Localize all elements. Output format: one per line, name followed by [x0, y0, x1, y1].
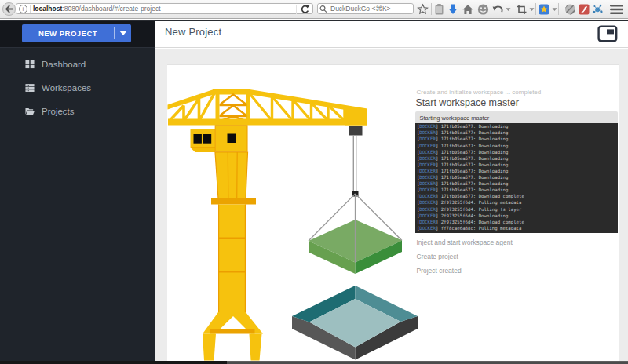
menu-hamburger-icon[interactable]: [610, 5, 623, 15]
teal-tray: [292, 286, 418, 360]
log-line: [DOCKER] 171fb05ea577: Downloading: [417, 136, 618, 142]
home-icon[interactable]: [462, 5, 473, 15]
sidebar-item-dashboard[interactable]: Dashboard: [0, 53, 155, 76]
bottom-strip-highlight: [227, 361, 628, 362]
workspace-section-title: Start workspace master: [416, 97, 519, 108]
crane-cab: [191, 126, 248, 152]
crop-dropdown-caret[interactable]: [529, 8, 535, 12]
sidebar-nav: Dashboard Workspaces: [0, 53, 155, 123]
log-line: [DOCKER] 171fb05ea577: Downloading: [417, 168, 618, 174]
bookmark-star-icon[interactable]: [417, 4, 429, 16]
clipboard-icon[interactable]: [434, 4, 444, 16]
crane-mast: [211, 152, 256, 312]
chevron-down-icon: [119, 31, 127, 36]
log-line: [DOCKER] 2f973255f6d4: Pulling metadata: [417, 199, 618, 206]
log-line: [DOCKER] 2f973255f6d4: Downloading: [417, 213, 618, 219]
sidebar: NEW PROJECT Dashboard: [0, 21, 155, 361]
toolbar-separator: [513, 3, 513, 15]
back-arrow-icon: [5, 5, 13, 13]
toolbar-separator: [431, 3, 432, 15]
console-title[interactable]: Starting workspace master: [415, 111, 618, 123]
sidebar-item-projects[interactable]: Projects: [0, 100, 155, 123]
browser-toolbar: i localhost:8080/dashboard/#/create-proj…: [0, 0, 628, 19]
reload-icon[interactable]: [299, 5, 310, 14]
log-line: [DOCKER] 2f973255f6d4: Download complete: [417, 219, 618, 225]
page-title: New Project: [165, 26, 221, 38]
pocket-icon[interactable]: [564, 4, 576, 16]
dashboard-icon: [25, 60, 35, 69]
log-line: [DOCKER] 171fb05ea577: Downloading: [417, 162, 618, 168]
log-line: [DOCKER] 171fb05ea577: Downloading: [417, 187, 618, 193]
projects-folder-icon: [25, 107, 35, 116]
url-right-separator: [296, 5, 297, 14]
search-placeholder: DuckDuckGo <⌘K>: [330, 5, 391, 13]
site-info-icon[interactable]: i: [19, 5, 27, 13]
log-line: [DOCKER] 171fb05ea577: Downloading: [417, 149, 618, 155]
undo-dropdown-caret[interactable]: [506, 8, 511, 12]
workspace-status-line: Create and initialize workspace ... comp…: [417, 89, 542, 96]
log-line: [DOCKER] 171fb05ea577: Download complete: [417, 193, 618, 199]
log-line: [DOCKER] 2f973255f6d4: Pulling fs layer: [417, 206, 618, 213]
search-icon: [318, 5, 328, 13]
url-bar[interactable]: i localhost:8080/dashboard/#/create-proj…: [16, 3, 313, 14]
window-maximize-icon[interactable]: [597, 25, 618, 42]
download-icon[interactable]: [448, 4, 458, 15]
console-panel: Starting workspace master [DOCKER] 171fb…: [415, 111, 618, 233]
undo-icon[interactable]: [492, 5, 503, 15]
crop-tool-icon[interactable]: [517, 5, 527, 15]
network-molecule-icon[interactable]: [592, 4, 604, 16]
bookmarks-menu-icon[interactable]: [539, 4, 550, 15]
new-project-dropdown[interactable]: [115, 24, 131, 42]
back-button[interactable]: [2, 2, 16, 16]
url-separator: [30, 5, 31, 13]
workspaces-icon: [25, 83, 35, 93]
log-line: [DOCKER] ff78cae6a88c: Pulling metadata: [417, 225, 618, 231]
toolbar-separator: [535, 3, 536, 15]
bottom-strip-dark: [0, 361, 227, 364]
log-line: [DOCKER] 171fb05ea577: Downloading: [417, 129, 618, 136]
workspace-step: Inject and start workspace agent: [417, 238, 513, 253]
log-line: [DOCKER] 171fb05ea577: Downloading: [417, 143, 618, 149]
flash-plugin-icon[interactable]: [579, 4, 590, 15]
log-line: [DOCKER] 171fb05ea577: Downloading: [417, 155, 618, 162]
page-header: New Project: [155, 21, 628, 48]
workspace-step: Project created: [417, 267, 513, 281]
sidebar-item-label: Workspaces: [42, 83, 91, 93]
workspace-step: Create project: [417, 253, 513, 267]
new-project-button[interactable]: NEW PROJECT: [22, 24, 131, 42]
log-line: [DOCKER] 171fb05ea577: Downloading: [417, 180, 618, 187]
console-terminal[interactable]: [DOCKER] 171fb05ea577: Downloading[DOCKE…: [415, 123, 618, 233]
toolbar-separator: [558, 3, 559, 15]
new-project-button-label[interactable]: NEW PROJECT: [22, 24, 114, 42]
url-text: localhost:8080/dashboard/#/create-projec…: [33, 5, 161, 13]
crane-jib: [168, 89, 368, 126]
main-content: Create and initialize workspace ... comp…: [155, 49, 628, 361]
sidebar-item-label: Projects: [42, 107, 75, 116]
crane-trolley: [349, 126, 363, 136]
log-line: [DOCKER] 171fb05ea577: Downloading: [417, 123, 618, 129]
bookmarks-dropdown-caret[interactable]: [552, 8, 557, 12]
bottom-strip: [0, 361, 628, 364]
sidebar-item-label: Dashboard: [42, 60, 86, 69]
feedback-smiley-icon[interactable]: [477, 4, 489, 16]
log-line: [DOCKER] 171fb05ea577: Downloading: [417, 174, 618, 180]
crane-legs: [203, 312, 263, 361]
search-bar[interactable]: DuckDuckGo <⌘K>: [317, 3, 414, 14]
workspace-steps: Inject and start workspace agentCreate p…: [417, 238, 513, 281]
workspace-loader-card: Create and initialize workspace ... comp…: [167, 64, 619, 361]
crane-illustration: [167, 65, 434, 361]
sidebar-top-section: NEW PROJECT: [0, 21, 155, 48]
sidebar-item-workspaces[interactable]: Workspaces: [0, 76, 155, 100]
crane-cable: [353, 135, 356, 191]
